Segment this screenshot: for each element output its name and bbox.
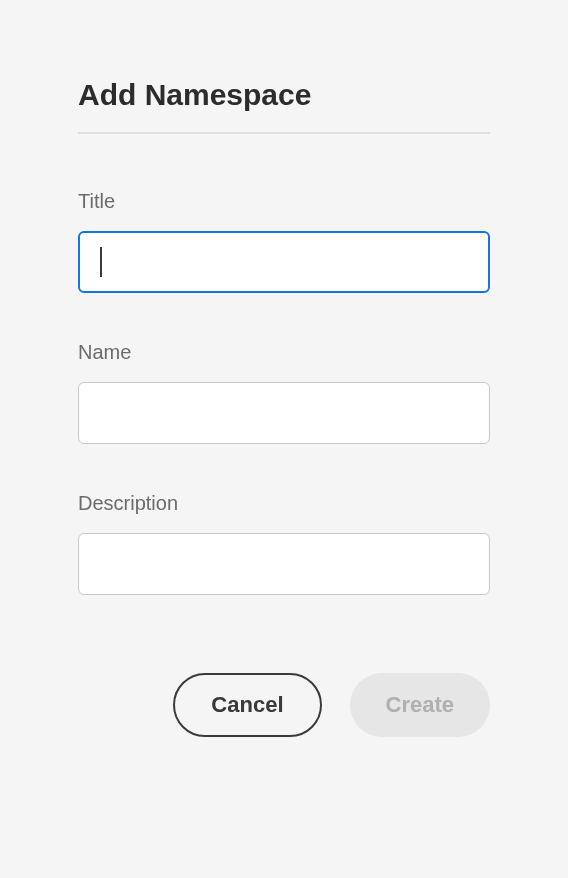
title-label: Title: [78, 190, 490, 213]
title-input[interactable]: [78, 231, 490, 293]
form-group-title: Title: [78, 190, 490, 293]
name-label: Name: [78, 341, 490, 364]
cancel-button[interactable]: Cancel: [173, 673, 321, 737]
form-group-name: Name: [78, 341, 490, 444]
name-input[interactable]: [78, 382, 490, 444]
description-input[interactable]: [78, 533, 490, 595]
form-group-description: Description: [78, 492, 490, 595]
description-label: Description: [78, 492, 490, 515]
button-row: Cancel Create: [78, 673, 490, 737]
create-button[interactable]: Create: [350, 673, 490, 737]
divider: [78, 132, 490, 134]
dialog-title: Add Namespace: [78, 78, 490, 112]
